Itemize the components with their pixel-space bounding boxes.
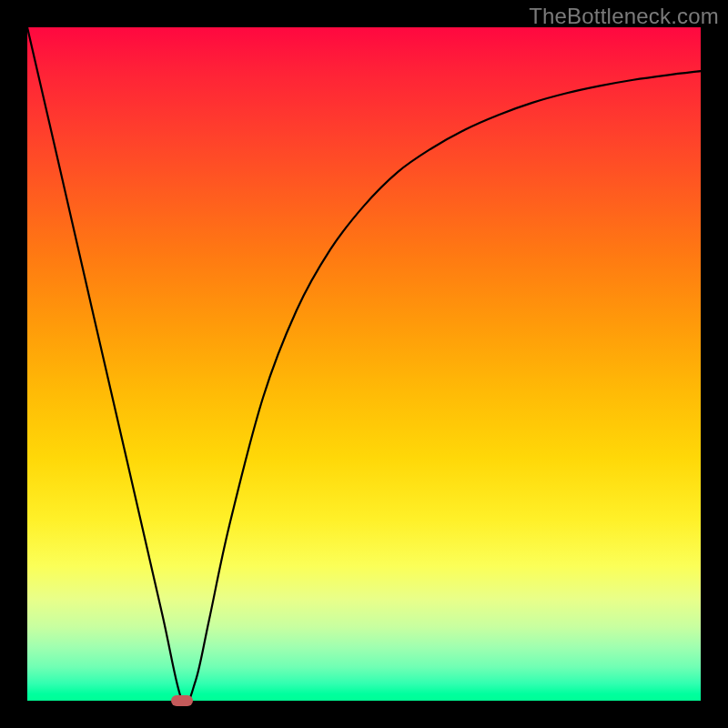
bottleneck-curve <box>27 27 701 701</box>
plot-area <box>27 27 701 701</box>
curve-svg <box>27 27 701 701</box>
watermark-text: TheBottleneck.com <box>529 4 719 29</box>
chart-frame: TheBottleneck.com <box>0 0 728 728</box>
optimal-point-marker <box>171 695 193 706</box>
